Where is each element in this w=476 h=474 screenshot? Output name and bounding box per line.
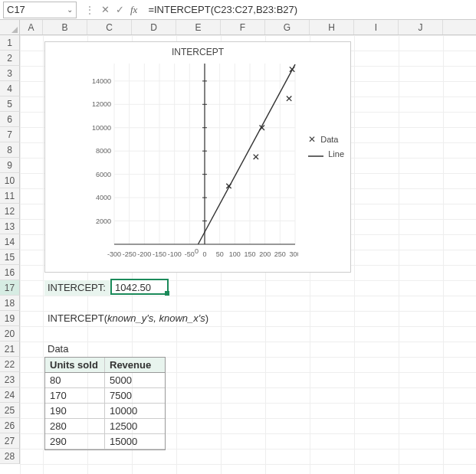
data-heading-cell[interactable]: Data [44, 342, 71, 357]
row-header[interactable]: 7 [0, 127, 20, 142]
column-header[interactable]: D [132, 20, 176, 34]
row-header[interactable]: 16 [0, 265, 20, 280]
svg-text:10000: 10000 [92, 124, 111, 132]
embedded-chart[interactable]: INTERCEPT -300-250-200-150-100-500501001… [44, 41, 351, 273]
svg-text:-200: -200 [137, 250, 151, 258]
svg-text:0: 0 [195, 247, 199, 255]
column-header[interactable]: E [176, 20, 221, 34]
select-all-corner[interactable] [0, 20, 20, 35]
svg-text:2000: 2000 [96, 217, 111, 225]
svg-text:6000: 6000 [96, 171, 111, 178]
row-header[interactable]: 25 [0, 403, 20, 418]
row-header[interactable]: 4 [0, 81, 20, 96]
column-header[interactable]: F [221, 20, 265, 34]
worksheet-grid[interactable]: INTERCEPT -300-250-200-150-100-500501001… [20, 35, 476, 474]
units-cell[interactable]: 80 [45, 373, 105, 387]
row-header[interactable]: 13 [0, 219, 20, 234]
column-header[interactable]: A [20, 20, 43, 34]
column-header[interactable]: H [310, 20, 354, 34]
syntax-text-cell[interactable]: INTERCEPT(known_y's, known_x's) [44, 311, 212, 326]
accept-icon[interactable]: ✓ [116, 4, 124, 15]
units-cell[interactable]: 170 [45, 388, 105, 403]
column-header[interactable]: B [43, 20, 87, 34]
name-box-value: C17 [7, 4, 25, 15]
fx-icon[interactable]: fx [130, 4, 137, 16]
table-row: 1707500 [45, 388, 165, 404]
chevron-down-icon[interactable]: ⌄ [67, 5, 73, 14]
row-header[interactable]: 21 [0, 342, 20, 357]
formula-bar: C17 ⌄ ⋮ ✕ ✓ fx =INTERCEPT(C23:C27,B23:B2… [0, 0, 476, 20]
units-cell[interactable]: 280 [45, 419, 105, 433]
chart-title: INTERCEPT [45, 42, 350, 57]
units-cell[interactable]: 190 [45, 404, 105, 418]
active-cell[interactable]: 1042.50 [110, 279, 169, 295]
column-header[interactable]: I [354, 20, 399, 34]
row-header[interactable]: 9 [0, 158, 20, 173]
row-header[interactable]: 11 [0, 188, 20, 204]
svg-text:-100: -100 [168, 250, 182, 258]
revenue-cell[interactable]: 15000 [105, 434, 165, 449]
revenue-cell[interactable]: 10000 [105, 404, 165, 418]
svg-text:100: 100 [229, 250, 241, 258]
svg-text:250: 250 [274, 250, 286, 258]
x-marker-icon: ✕ [308, 134, 316, 145]
row-header[interactable]: 14 [0, 234, 20, 250]
fill-handle[interactable] [165, 291, 169, 296]
row-header[interactable]: 12 [0, 204, 20, 219]
table-row: 805000 [45, 373, 165, 388]
row-header[interactable]: 2 [0, 51, 20, 66]
svg-text:-250: -250 [123, 250, 136, 258]
row-header[interactable]: 3 [0, 66, 20, 81]
header-revenue[interactable]: Revenue [105, 358, 165, 372]
row-header[interactable]: 24 [0, 387, 20, 403]
row-header[interactable]: 20 [0, 326, 20, 342]
chart-legend: ✕Data Line [308, 134, 344, 163]
table-row: 19010000 [45, 404, 165, 419]
row-header[interactable]: 17 [0, 280, 20, 296]
svg-text:4000: 4000 [96, 194, 111, 201]
row-header[interactable]: 27 [0, 433, 20, 449]
line-marker-icon [308, 149, 323, 159]
chart-plot-area: -300-250-200-150-100-5005010015020025030… [84, 60, 298, 260]
row-header[interactable]: 10 [0, 173, 20, 188]
svg-text:14000: 14000 [92, 77, 111, 85]
row-header[interactable]: 5 [0, 96, 20, 112]
row-header[interactable]: 28 [0, 449, 20, 464]
row-header[interactable]: 22 [0, 357, 20, 372]
column-header[interactable]: J [399, 20, 443, 34]
svg-text:300: 300 [289, 250, 298, 258]
revenue-cell[interactable]: 12500 [105, 419, 165, 433]
intercept-value: 1042.50 [115, 282, 151, 293]
svg-text:0: 0 [202, 250, 206, 258]
svg-text:12000: 12000 [92, 100, 111, 108]
cancel-icon[interactable]: ✕ [101, 4, 110, 15]
table-row: 29015000 [45, 434, 165, 449]
name-box[interactable]: C17 ⌄ [3, 2, 77, 18]
column-header[interactable]: G [265, 20, 310, 34]
row-header[interactable]: 1 [0, 35, 20, 51]
intercept-label-cell[interactable]: INTERCEPT: [44, 280, 110, 296]
row-header[interactable]: 8 [0, 142, 20, 158]
table-row: 28012500 [45, 419, 165, 434]
column-header[interactable]: C [87, 20, 132, 34]
header-units-sold[interactable]: Units sold [45, 358, 105, 372]
data-table: Units soldRevenue 8050001707500190100002… [44, 357, 166, 450]
row-header[interactable]: 23 [0, 372, 20, 387]
column-headers: ABCDEFGHIJ [20, 20, 476, 35]
row-header[interactable]: 19 [0, 311, 20, 326]
legend-entry-data: ✕Data [308, 134, 344, 145]
legend-entry-line: Line [308, 149, 344, 159]
svg-text:8000: 8000 [96, 147, 111, 155]
more-icon[interactable]: ⋮ [84, 4, 95, 16]
row-header[interactable]: 26 [0, 418, 20, 433]
row-header[interactable]: 15 [0, 250, 20, 265]
svg-text:200: 200 [259, 250, 271, 258]
row-header[interactable]: 6 [0, 112, 20, 127]
formula-bar-buttons: ⋮ ✕ ✓ fx [80, 4, 142, 16]
revenue-cell[interactable]: 5000 [105, 373, 165, 387]
revenue-cell[interactable]: 7500 [105, 388, 165, 403]
table-header-row: Units soldRevenue [45, 358, 165, 373]
units-cell[interactable]: 290 [45, 434, 105, 449]
formula-input[interactable]: =INTERCEPT(C23:C27,B23:B27) [142, 4, 476, 15]
row-header[interactable]: 18 [0, 296, 20, 311]
